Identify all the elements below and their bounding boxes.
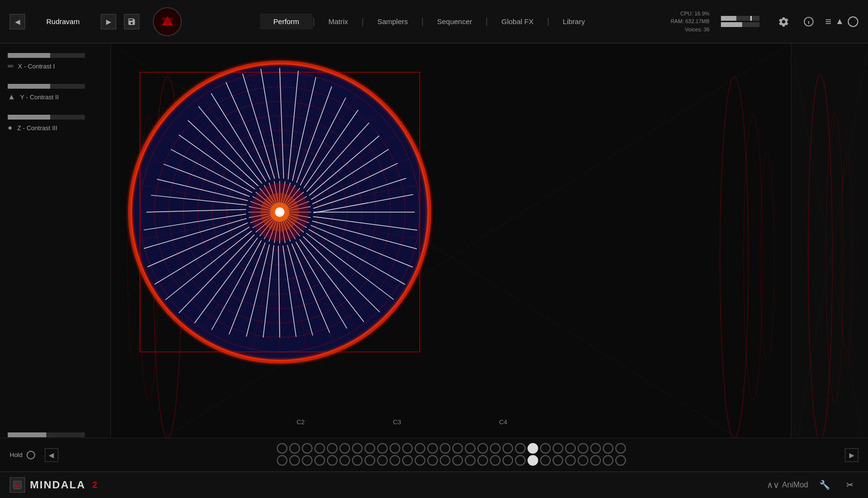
- key-25[interactable]: [590, 443, 601, 454]
- right-panel-decoration: [791, 43, 868, 471]
- info-button[interactable]: [800, 13, 817, 30]
- key-bottom-21[interactable]: [540, 455, 551, 466]
- key-bottom-14[interactable]: [452, 455, 463, 466]
- key-14[interactable]: [452, 443, 463, 454]
- y-contrast-group: ▲ Y - Contrast II: [8, 84, 103, 101]
- key-bottom-22[interactable]: [553, 455, 563, 466]
- svg-point-150: [841, 151, 853, 363]
- keyboard-arrow-right[interactable]: ▶: [845, 448, 858, 462]
- tab-sequencer[interactable]: Sequencer: [423, 13, 486, 29]
- key-bottom-19[interactable]: [515, 455, 526, 466]
- key-0[interactable]: [277, 443, 287, 454]
- key-11[interactable]: [415, 443, 425, 454]
- key-bottom-1[interactable]: [289, 455, 300, 466]
- animod-text: AniMod: [782, 481, 808, 489]
- next-preset-button[interactable]: ▶: [101, 14, 116, 29]
- voices-label: Voices: 36: [671, 26, 710, 34]
- key-bottom-3[interactable]: [314, 455, 325, 466]
- y-contrast-text: Y - Contrast II: [20, 94, 59, 101]
- key-bottom-0[interactable]: [277, 455, 287, 466]
- svg-text:M: M: [14, 483, 19, 488]
- tab-library[interactable]: Library: [549, 13, 598, 29]
- key-27[interactable]: [615, 443, 626, 454]
- key-4[interactable]: [327, 443, 338, 454]
- z-contrast-slider[interactable]: [8, 115, 85, 120]
- key-bottom-25[interactable]: [590, 455, 601, 466]
- key-bottom-15[interactable]: [465, 455, 475, 466]
- hold-label: Hold: [10, 451, 23, 458]
- tab-perform[interactable]: Perform: [260, 13, 312, 29]
- key-22[interactable]: [553, 443, 563, 454]
- key-bottom-12[interactable]: [427, 455, 438, 466]
- key-bottom-2[interactable]: [302, 455, 312, 466]
- key-21[interactable]: [540, 443, 551, 454]
- hold-toggle[interactable]: [27, 451, 35, 459]
- key-17[interactable]: [490, 443, 501, 454]
- key-bottom-24[interactable]: [578, 455, 588, 466]
- key-1[interactable]: [289, 443, 300, 454]
- svg-point-8: [720, 77, 748, 438]
- key-bottom-20[interactable]: [528, 455, 538, 466]
- key-bottom-9[interactable]: [390, 455, 400, 466]
- key-bottom-11[interactable]: [415, 455, 425, 466]
- key-bottom-10[interactable]: [402, 455, 413, 466]
- key-2[interactable]: [302, 443, 312, 454]
- key-9[interactable]: [390, 443, 400, 454]
- key-23[interactable]: [565, 443, 576, 454]
- key-3[interactable]: [314, 443, 325, 454]
- keyboard-keys-container: [63, 443, 840, 467]
- animod-wave-icon: ∧∨: [767, 480, 779, 490]
- key-6[interactable]: [352, 443, 363, 454]
- keyboard-arrow-left[interactable]: ◀: [45, 448, 58, 462]
- sys-info: CPU: 16.9% RAM: 632.17MB Voices: 36: [671, 10, 710, 34]
- wrench-button[interactable]: 🔧: [816, 476, 833, 494]
- center-viz: /* generated by JS below */ C2 C3 C4: [111, 43, 791, 471]
- scissors-button[interactable]: ✂: [841, 476, 858, 494]
- keys-top-row: [277, 443, 626, 454]
- global-volume-slider[interactable]: [8, 432, 85, 437]
- key-bottom-6[interactable]: [352, 455, 363, 466]
- x-contrast-slider[interactable]: [8, 53, 85, 58]
- global-volume-fill: [8, 432, 46, 437]
- note-c4: C4: [499, 418, 507, 426]
- key-bottom-27[interactable]: [615, 455, 626, 466]
- key-bottom-8[interactable]: [377, 455, 388, 466]
- x-contrast-label: ═ X - Contrast I: [8, 62, 103, 70]
- prev-preset-button[interactable]: ◀: [10, 14, 25, 29]
- key-8[interactable]: [377, 443, 388, 454]
- logo-circle-icon: [848, 16, 858, 27]
- y-contrast-fill: [8, 84, 50, 89]
- keyboard-area: Hold ◀ ▶: [0, 438, 868, 471]
- key-15[interactable]: [465, 443, 475, 454]
- key-10[interactable]: [402, 443, 413, 454]
- key-5[interactable]: [339, 443, 350, 454]
- key-bottom-26[interactable]: [603, 455, 613, 466]
- key-bottom-16[interactable]: [477, 455, 488, 466]
- save-button[interactable]: [124, 14, 139, 29]
- tab-matrix[interactable]: Matrix: [315, 13, 362, 29]
- key-bottom-4[interactable]: [327, 455, 338, 466]
- key-bottom-18[interactable]: [502, 455, 513, 466]
- key-bottom-5[interactable]: [339, 455, 350, 466]
- settings-button[interactable]: [775, 13, 792, 30]
- key-bottom-17[interactable]: [490, 455, 501, 466]
- key-7[interactable]: [365, 443, 375, 454]
- key-bottom-7[interactable]: [365, 455, 375, 466]
- key-bottom-23[interactable]: [565, 455, 576, 466]
- key-bottom-13[interactable]: [440, 455, 450, 466]
- key-18[interactable]: [502, 443, 513, 454]
- tab-globalfx[interactable]: Global FX: [488, 13, 547, 29]
- key-24[interactable]: [578, 443, 588, 454]
- z-contrast-fill: [8, 115, 50, 120]
- y-contrast-slider[interactable]: [8, 84, 85, 89]
- tab-samplers[interactable]: Samplers: [364, 13, 421, 29]
- key-13[interactable]: [440, 443, 450, 454]
- left-panel: ═ X - Contrast I ▲ Y - Contrast II ● Z -…: [0, 43, 111, 471]
- key-20[interactable]: [528, 443, 538, 454]
- key-19[interactable]: [515, 443, 526, 454]
- brand-name: MINDALA: [30, 479, 85, 491]
- key-16[interactable]: [477, 443, 488, 454]
- mandala-visualization[interactable]: /* generated by JS below */: [111, 43, 448, 381]
- key-12[interactable]: [427, 443, 438, 454]
- key-26[interactable]: [603, 443, 613, 454]
